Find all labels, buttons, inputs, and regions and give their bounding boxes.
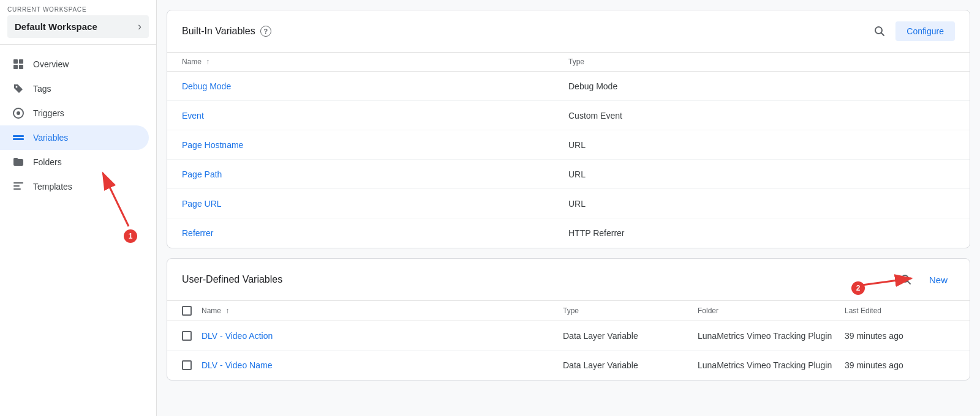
sidebar-item-variables[interactable]: Variables [0,125,149,150]
table-row: Debug Mode Debug Mode [167,72,970,101]
svg-rect-8 [13,138,24,140]
name-sort-icon[interactable]: ↑ [206,58,209,66]
builtin-row-name-3[interactable]: Page Path [182,169,568,179]
ud-row-folder-1: LunaMetrics Vimeo Tracking Plugin [698,360,845,370]
triggers-label: Triggers [33,108,64,118]
svg-rect-1 [19,59,23,64]
user-defined-variables-section: User-Defined Variables New Name ↑ [167,258,970,381]
select-all-checkbox[interactable] [182,306,192,316]
tags-label: Tags [33,84,51,94]
user-defined-section-header: User-Defined Variables New [167,259,970,301]
workspace-switcher[interactable]: Default Workspace › [7,15,149,38]
ud-row-name-1[interactable]: DLV - Video Name [202,360,563,370]
table-row: DLV - Video Action Data Layer Variable L… [167,321,970,351]
ud-folder-header: Folder [698,306,845,315]
builtin-row-name-2[interactable]: Page Hostname [182,140,568,150]
sidebar-item-templates[interactable]: Templates [0,174,149,199]
sidebar-item-tags[interactable]: Tags [0,76,149,101]
row-checkbox-cell-0 [182,331,202,341]
builtin-row-type-0: Debug Mode [568,81,955,91]
row-checkbox-cell-1 [182,360,202,370]
sidebar-item-folders[interactable]: Folders [0,150,149,174]
new-variable-button[interactable]: New [922,270,955,290]
builtin-name-header: Name ↑ [182,58,568,66]
builtin-section-actions: Configure [869,20,955,42]
sidebar-item-overview[interactable]: Overview [0,52,149,76]
svg-line-13 [881,33,884,36]
builtin-row-type-4: URL [568,199,955,209]
table-row: Page URL URL [167,189,970,218]
workspace-name: Default Workspace [15,21,97,32]
folders-icon [12,156,24,168]
builtin-variables-section: Built-In Variables ? Configure Name ↑ Ty… [167,10,970,248]
triggers-icon [12,107,24,119]
tags-icon [12,83,24,95]
builtin-type-header: Type [568,58,955,66]
builtin-row-name-4[interactable]: Page URL [182,199,568,209]
builtin-title-text: Built-In Variables [182,26,255,37]
table-row: DLV - Video Name Data Layer Variable Lun… [167,351,970,380]
builtin-row-type-1: Custom Event [568,111,955,121]
ud-row-type-1: Data Layer Variable [563,360,698,370]
ud-row-name-0[interactable]: DLV - Video Action [202,331,563,341]
svg-rect-11 [13,188,21,190]
workspace-header: CURRENT WORKSPACE Default Workspace › [0,0,156,45]
row-checkbox-1[interactable] [182,360,192,370]
table-row: Page Path URL [167,160,970,189]
ud-type-header: Type [563,306,698,315]
ud-row-lastedited-1: 39 minutes ago [845,360,955,370]
variables-icon [12,132,24,144]
main-content: Built-In Variables ? Configure Name ↑ Ty… [157,0,980,416]
table-row: Page Hostname URL [167,130,970,160]
builtin-row-type-5: HTTP Referrer [568,228,955,238]
ud-row-lastedited-0: 39 minutes ago [845,331,955,341]
svg-rect-0 [13,59,18,64]
overview-label: Overview [33,59,69,69]
workspace-label: CURRENT WORKSPACE [7,6,149,13]
builtin-row-type-3: URL [568,169,955,179]
ud-row-folder-0: LunaMetrics Vimeo Tracking Plugin [698,331,845,341]
svg-rect-3 [19,65,23,69]
nav-items: Overview Tags Triggers [0,45,156,416]
user-defined-section-title: User-Defined Variables [182,274,282,285]
table-row: Referrer HTTP Referrer [167,218,970,248]
sidebar-item-triggers[interactable]: Triggers [0,101,149,125]
svg-point-4 [16,86,18,88]
chevron-right-icon: › [138,20,141,33]
builtin-search-button[interactable] [869,20,891,42]
folders-label: Folders [33,157,62,167]
user-defined-table-header: Name ↑ Type Folder Last Edited [167,301,970,321]
user-defined-title-text: User-Defined Variables [182,274,282,285]
header-checkbox-cell [182,306,202,316]
configure-button[interactable]: Configure [895,21,955,41]
builtin-row-name-1[interactable]: Event [182,111,568,121]
table-row: Event Custom Event [167,101,970,130]
builtin-section-title: Built-In Variables ? [182,26,271,37]
builtin-table-header: Name ↑ Type [167,53,970,72]
user-defined-section-actions: New [895,269,955,291]
svg-rect-2 [13,65,18,69]
user-defined-search-button[interactable] [895,269,917,291]
sidebar: CURRENT WORKSPACE Default Workspace › Ov… [0,0,157,416]
builtin-row-type-2: URL [568,140,955,150]
svg-line-15 [907,281,910,284]
templates-icon [12,180,24,193]
svg-rect-7 [13,135,24,137]
svg-rect-10 [13,185,20,187]
ud-row-type-0: Data Layer Variable [563,331,698,341]
ud-name-header: Name ↑ [202,306,563,315]
templates-label: Templates [33,182,72,191]
variables-label: Variables [33,133,68,143]
ud-lastedited-header: Last Edited [845,306,955,315]
builtin-section-header: Built-In Variables ? Configure [167,10,970,53]
builtin-help-icon[interactable]: ? [260,26,271,37]
overview-icon [12,58,24,70]
builtin-row-name-5[interactable]: Referrer [182,228,568,238]
svg-rect-9 [13,182,23,184]
ud-name-sort-icon[interactable]: ↑ [225,306,229,315]
svg-point-6 [17,111,20,115]
builtin-row-name-0[interactable]: Debug Mode [182,81,568,91]
row-checkbox-0[interactable] [182,331,192,341]
